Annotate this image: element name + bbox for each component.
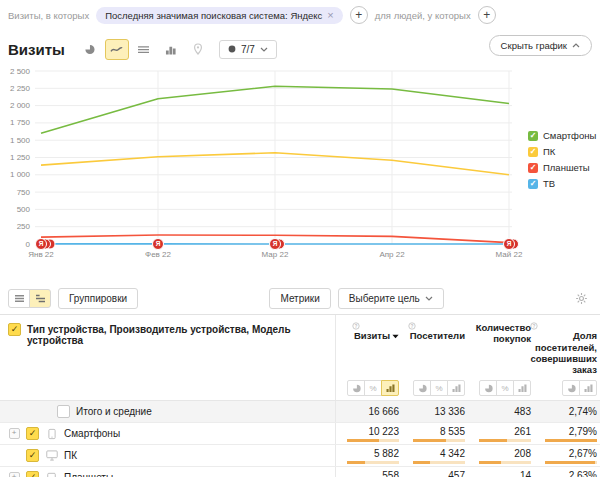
columns-chart-button[interactable] xyxy=(159,39,183,60)
row-label[interactable]: Планшеты xyxy=(64,472,113,477)
metric-value-cell: 2,79% xyxy=(534,423,600,444)
percent-display-button[interactable]: % xyxy=(430,380,448,396)
legend-checkbox-icon[interactable]: ✓ xyxy=(528,147,538,157)
stacked-chart-button[interactable] xyxy=(132,39,156,60)
pie-display-button[interactable] xyxy=(479,380,497,396)
metric-header-label[interactable]: ?Доля посетителей, совершивших заказ xyxy=(530,322,597,375)
row-label[interactable]: Смартфоны xyxy=(64,428,120,439)
bars-display-button[interactable] xyxy=(381,380,399,396)
value-bar xyxy=(545,439,597,442)
value-bar-fill xyxy=(347,461,365,464)
metric-display-switcher: % xyxy=(479,380,531,396)
legend-checkbox-icon[interactable]: ✓ xyxy=(528,163,538,173)
groupings-button[interactable]: Группировки xyxy=(58,288,138,309)
pie-display-button[interactable] xyxy=(562,380,580,396)
legend-item[interactable]: ✓ПК xyxy=(528,146,596,157)
metric-header-label[interactable]: Количество покупок xyxy=(468,322,531,344)
x-tick-label: Мар 22 xyxy=(262,250,289,259)
metric-value-cell: 261 xyxy=(468,423,534,444)
report-table-section: Группировки Метрики Выберите цель ✓ Тип … xyxy=(0,282,600,477)
period-granularity-value: 7/7 xyxy=(241,44,255,55)
row-checkbox[interactable]: ✓ xyxy=(26,427,39,440)
svg-text:Я: Я xyxy=(156,240,161,247)
pie-chart-button[interactable] xyxy=(78,39,102,60)
metric-header-cell[interactable]: ?Визиты% xyxy=(336,315,402,400)
add-people-condition-button[interactable]: + xyxy=(478,6,496,24)
expand-row-button[interactable]: + xyxy=(9,472,20,477)
legend-checkbox-icon[interactable]: ✓ xyxy=(528,179,538,189)
select-all-checkbox[interactable]: ✓ xyxy=(8,323,21,336)
svg-text:Я: Я xyxy=(273,240,278,247)
row-label[interactable]: ПК xyxy=(64,450,77,461)
dimension-header-cell[interactable]: ✓ Тип устройства, Производитель устройст… xyxy=(0,315,336,400)
tablet-icon xyxy=(45,472,58,477)
metric-value-cell: 483 xyxy=(468,401,534,422)
metric-value-cell: 5 882 xyxy=(336,445,402,466)
pie-display-button[interactable] xyxy=(413,380,431,396)
metric-header-cell[interactable]: Количество покупок% xyxy=(468,315,534,400)
value-bar-fill xyxy=(545,439,597,442)
help-icon[interactable]: ? xyxy=(352,322,399,330)
bars-display-button[interactable] xyxy=(579,380,597,396)
annotation-marker[interactable]: Я xyxy=(36,239,56,250)
legend-checkbox-icon[interactable]: ✓ xyxy=(528,131,538,141)
gear-icon[interactable] xyxy=(575,292,588,305)
chevron-up-icon xyxy=(572,43,580,48)
y-tick-label: 1 500 xyxy=(10,136,31,145)
table-body: ✓Итого и средние16 66613 3364832,74%+✓См… xyxy=(0,401,600,477)
add-visit-condition-button[interactable]: + xyxy=(350,6,368,24)
remove-filter-icon[interactable]: × xyxy=(327,11,333,20)
period-granularity-dropdown[interactable]: 7/7 xyxy=(219,40,277,59)
metrics-button[interactable]: Метрики xyxy=(269,288,330,309)
visits-in-which-label: Визиты, в которых xyxy=(8,10,89,21)
table-row[interactable]: ✓ПК5 8824 3422082,67% xyxy=(0,445,600,467)
tree-view-button[interactable] xyxy=(29,289,51,308)
totals-row[interactable]: ✓Итого и средние16 66613 3364832,74% xyxy=(0,401,600,423)
row-name-cell: ✓ПК xyxy=(0,445,336,466)
metric-display-switcher: % xyxy=(347,380,399,396)
hide-chart-button[interactable]: Скрыть график xyxy=(489,35,592,56)
row-checkbox[interactable]: ✓ xyxy=(26,471,39,477)
desktop-icon xyxy=(45,450,58,461)
map-pin-button[interactable] xyxy=(186,39,210,60)
goal-select-dropdown[interactable]: Выберите цель xyxy=(338,288,444,309)
metric-value: 208 xyxy=(514,448,531,459)
row-checkbox[interactable]: ✓ xyxy=(26,449,39,462)
visits-line-chart[interactable]: 02505007501 0001 2501 5001 7502 0002 250… xyxy=(0,64,600,262)
y-tick-label: 2 500 xyxy=(10,67,31,76)
sort-desc-icon xyxy=(392,334,399,339)
percent-display-button[interactable]: % xyxy=(496,380,514,396)
legend-item[interactable]: ✓Смартфоны xyxy=(528,130,596,141)
annotation-marker[interactable]: Я xyxy=(270,239,285,250)
table-row[interactable]: +✓Смартфоны10 2238 5352612,79% xyxy=(0,423,600,445)
pie-display-button[interactable] xyxy=(347,380,365,396)
table-header-row: ✓ Тип устройства, Производитель устройст… xyxy=(0,315,600,401)
value-bar-fill xyxy=(479,439,507,442)
list-view-button[interactable] xyxy=(8,289,30,308)
metric-value-cell: 558 xyxy=(336,467,402,477)
help-icon[interactable]: ? xyxy=(408,322,465,330)
chart-title: Визиты xyxy=(8,41,65,58)
metric-header-cell[interactable]: ?Доля посетителей, совершивших заказ xyxy=(534,315,600,400)
y-tick-label: 1 750 xyxy=(10,118,31,127)
metric-header-label[interactable]: ?Посетители xyxy=(408,322,465,342)
x-tick-label: Янв 22 xyxy=(28,250,54,259)
metric-value-cell: 13 336 xyxy=(402,401,468,422)
search-engine-filter-chip[interactable]: Последняя значимая поисковая система: Ян… xyxy=(96,7,343,24)
percent-display-button[interactable]: % xyxy=(364,380,382,396)
bars-display-button[interactable] xyxy=(447,380,465,396)
annotation-marker[interactable]: Я xyxy=(504,239,519,250)
metric-value: 16 666 xyxy=(368,406,399,417)
table-toolbar: Группировки Метрики Выберите цель xyxy=(0,282,600,314)
row-checkbox[interactable]: ✓ xyxy=(57,405,70,418)
help-icon[interactable]: ? xyxy=(530,322,597,330)
table-row[interactable]: +✓Планшеты558457142,63% xyxy=(0,467,600,477)
annotation-marker[interactable]: Я xyxy=(153,239,164,250)
metric-header-cell[interactable]: ?Посетители% xyxy=(402,315,468,400)
legend-item[interactable]: ✓Планшеты xyxy=(528,162,596,173)
line-chart-button[interactable] xyxy=(105,39,129,60)
metric-header-label[interactable]: ?Визиты xyxy=(352,322,399,342)
legend-item[interactable]: ✓ТВ xyxy=(528,178,596,189)
bars-display-button[interactable] xyxy=(513,380,531,396)
expand-row-button[interactable]: + xyxy=(9,428,20,439)
